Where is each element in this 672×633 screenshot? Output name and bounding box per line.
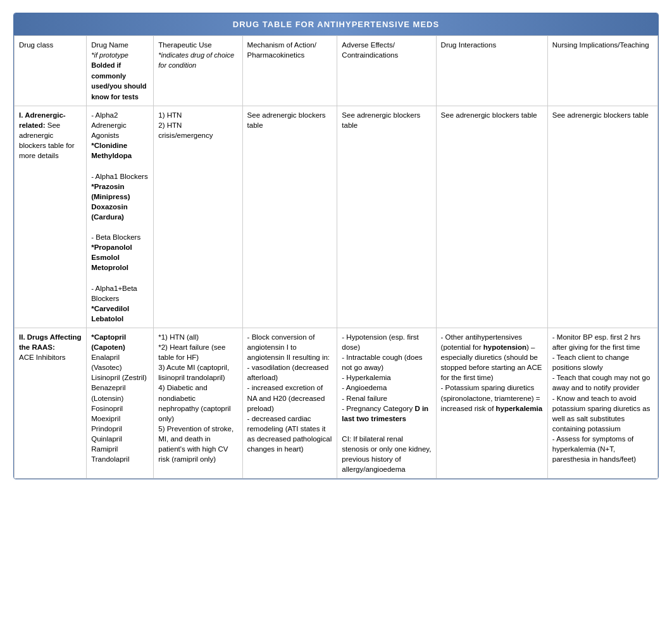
header-drug-name: Drug Name *if prototype Bolded if common… [87, 36, 154, 106]
header-therapeutic-use: Therapeutic Use *indicates drug of choic… [154, 36, 242, 106]
header-row: Drug class Drug Name *if prototype Bolde… [15, 36, 658, 106]
header-mechanism: Mechanism of Action/ Pharmacokinetics [242, 36, 337, 106]
section-i-class: I. Adrenergic-related: See adrenergic bl… [15, 106, 87, 328]
header-drug-interactions: Drug Interactions [436, 36, 547, 106]
section-i-nursing: See adrenergic blockers table [547, 106, 657, 328]
section-i-interactions: See adrenergic blockers table [436, 106, 547, 328]
section-i-therapeutic: 1) HTN2) HTN crisis/emergency [154, 106, 242, 328]
page-title: DRUG TABLE FOR ANTIHYPERTENSIVE MEDS [233, 20, 439, 29]
header-adverse-effects: Adverse Effects/ Contraindications [337, 36, 436, 106]
header-drug-class: Drug class [15, 36, 87, 106]
section-ii-row: II. Drugs Affecting the RAAS: ACE Inhibi… [15, 328, 658, 479]
page-wrapper: DRUG TABLE FOR ANTIHYPERTENSIVE MEDS Dru… [13, 13, 659, 479]
section-i-row: I. Adrenergic-related: See adrenergic bl… [15, 106, 658, 328]
drug-table: Drug class Drug Name *if prototype Bolde… [14, 35, 658, 479]
section-ii-nursing: - Monitor BP esp. first 2 hrs after givi… [547, 328, 657, 479]
section-ii-class: II. Drugs Affecting the RAAS: ACE Inhibi… [15, 328, 87, 479]
section-i-drugs: - Alpha2 Adrenergic Agonists *Clonidine … [87, 106, 154, 328]
section-ii-drugs: *Captopril (Capoten) Enalapril (Vasotec)… [87, 328, 154, 479]
title-bar: DRUG TABLE FOR ANTIHYPERTENSIVE MEDS [14, 13, 658, 35]
section-ii-mechanism: - Block conversion of angiotensin I to a… [242, 328, 337, 479]
section-i-mechanism: See adrenergic blockers table [242, 106, 337, 328]
section-ii-adverse: - Hypotension (esp. first dose)- Intract… [337, 328, 436, 479]
header-nursing: Nursing Implications/Teaching [547, 36, 657, 106]
section-ii-interactions: - Other antihypertensives (potential for… [436, 328, 547, 479]
section-i-adverse: See adrenergic blockers table [337, 106, 436, 328]
section-ii-therapeutic: *1) HTN (all)*2) Heart failure (see tabl… [154, 328, 242, 479]
